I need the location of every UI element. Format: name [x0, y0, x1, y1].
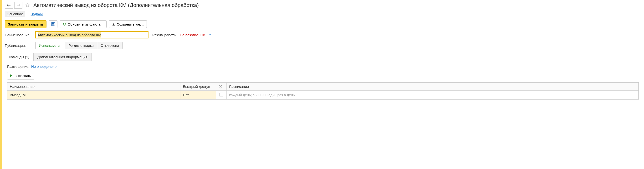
favorite-button[interactable] — [24, 2, 31, 9]
col-schedule[interactable]: Расписание — [227, 83, 638, 91]
col-quick[interactable]: Быстрый доступ — [180, 83, 216, 91]
update-from-file-button[interactable]: Обновить из файла... — [60, 20, 106, 28]
col-name[interactable]: Наименование — [8, 83, 180, 91]
cell-schedule: каждый день; с 2:00:00 один раз в день — [229, 93, 294, 97]
execute-label: Выполнить — [14, 74, 31, 78]
publication-label: Публикация: — [5, 44, 33, 48]
tab-commands[interactable]: Команды (1) — [5, 53, 33, 61]
placement-label: Размещение: — [7, 64, 29, 69]
svg-rect-1 — [52, 23, 54, 24]
cell-quick: Нет — [180, 91, 216, 99]
download-icon — [112, 23, 115, 26]
name-value: Автоматический вывод из оборота КМ — [38, 33, 101, 38]
nav-tab-main[interactable]: Основное — [5, 11, 25, 17]
schedule-checkbox[interactable] — [220, 93, 223, 96]
commands-table: Наименование Быстрый доступ Расписание В… — [7, 82, 639, 100]
page-title: Автоматический вывод из оборота КМ (Допо… — [33, 2, 199, 8]
name-input[interactable]: Автоматический вывод из оборота КМ — [35, 31, 148, 38]
nav-forward-button[interactable] — [14, 2, 22, 9]
update-from-file-label: Обновить из файла... — [68, 22, 104, 26]
nav-tab-tasks[interactable]: Задачи — [29, 11, 44, 17]
mode-value: Не безопасный — [180, 33, 205, 37]
star-icon — [25, 3, 30, 8]
col-clock[interactable] — [216, 83, 227, 91]
pub-opt-debug[interactable]: Режим отладки — [65, 42, 97, 49]
save-close-button[interactable]: Записать и закрыть — [5, 20, 46, 28]
play-icon — [10, 74, 13, 77]
cell-name: ВыводКМ — [8, 91, 180, 99]
pub-opt-used[interactable]: Используется — [36, 42, 65, 49]
help-link[interactable]: ? — [209, 33, 211, 37]
placement-link[interactable]: Не определено — [31, 64, 56, 69]
pub-opt-disabled[interactable]: Отключена — [97, 42, 122, 49]
refresh-icon — [63, 23, 66, 26]
save-button[interactable] — [49, 20, 58, 28]
arrow-right-icon — [16, 4, 20, 7]
publication-group: Используется Режим отладки Отключена — [35, 42, 123, 49]
save-as-button[interactable]: Сохранить как... — [109, 20, 147, 28]
execute-button[interactable]: Выполнить — [7, 72, 34, 79]
nav-back-button[interactable] — [5, 2, 13, 9]
floppy-icon — [51, 22, 55, 26]
tab-extra[interactable]: Дополнительная информация — [33, 53, 92, 61]
arrow-left-icon — [7, 4, 11, 7]
save-as-label: Сохранить как... — [117, 22, 144, 26]
clock-icon — [218, 85, 222, 89]
name-label: Наименование: — [5, 33, 33, 37]
mode-label: Режим работы: — [152, 33, 178, 37]
table-row[interactable]: ВыводКМ Нет каждый день; с 2:00:00 один … — [8, 91, 638, 99]
